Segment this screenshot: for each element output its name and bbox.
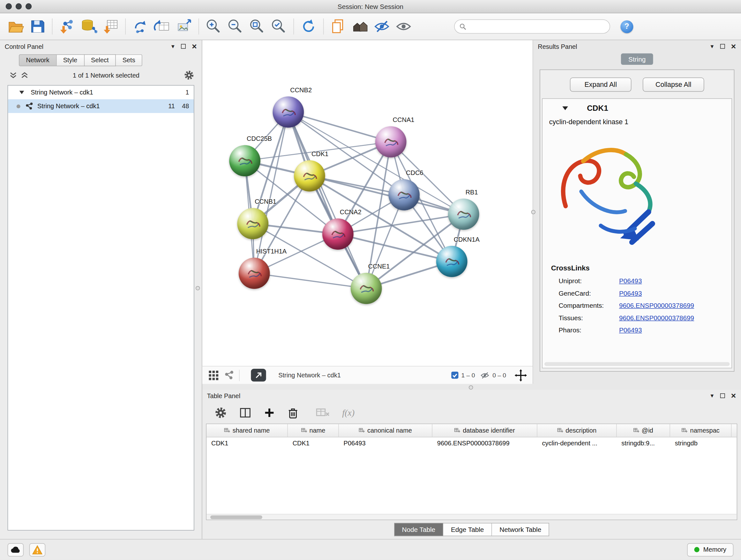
help-button[interactable]: ? bbox=[620, 20, 633, 33]
refresh-layout-button[interactable] bbox=[298, 16, 320, 37]
panel-menu-icon[interactable]: ▼ bbox=[710, 393, 715, 398]
selected-checkbox-icon[interactable] bbox=[451, 371, 459, 379]
grid-view-icon[interactable] bbox=[208, 369, 219, 381]
crosslink-link[interactable]: P06493 bbox=[619, 277, 642, 285]
column-header-shared-name[interactable]: shared name bbox=[206, 424, 288, 437]
panel-float-icon[interactable] bbox=[720, 44, 725, 49]
open-in-new-window-button[interactable] bbox=[251, 369, 266, 381]
zoom-in-button[interactable] bbox=[203, 16, 224, 37]
node-CDK1[interactable] bbox=[294, 160, 325, 192]
results-scrollbar[interactable] bbox=[544, 362, 730, 366]
network-canvas[interactable]: CCNB2CCNA1CDC25BCDK1CDC6RB1CCNB1CCNA2CDK… bbox=[202, 40, 533, 366]
string-show-images-button[interactable] bbox=[393, 16, 414, 37]
collapse-all-tree-icon[interactable] bbox=[10, 72, 17, 78]
crosslink-link[interactable]: 9606.ENSP00000378699 bbox=[619, 302, 694, 309]
node-CCNB2[interactable] bbox=[273, 97, 304, 128]
panel-menu-icon[interactable]: ▼ bbox=[710, 44, 715, 49]
import-network-database-button[interactable] bbox=[78, 16, 99, 37]
import-network-file-button[interactable] bbox=[56, 16, 78, 37]
tab-node-table[interactable]: Node Table bbox=[394, 523, 443, 536]
tree-expand-icon[interactable] bbox=[19, 91, 24, 94]
vertical-splitter-handle[interactable] bbox=[531, 210, 535, 214]
node-CDC25B[interactable] bbox=[229, 145, 260, 177]
zoom-fit-button[interactable] bbox=[246, 16, 268, 37]
network-from-selection-button[interactable] bbox=[130, 16, 151, 37]
tab-edge-table[interactable]: Edge Table bbox=[443, 523, 492, 536]
network-collection-row[interactable]: String Network – cdk1 1 bbox=[8, 85, 194, 99]
table-cell[interactable]: P06493 bbox=[339, 437, 432, 447]
column-header--id[interactable]: @id bbox=[617, 424, 670, 437]
search-input[interactable] bbox=[469, 23, 605, 30]
tab-network-table[interactable]: Network Table bbox=[492, 523, 549, 536]
network-view[interactable]: CCNB2CCNA1CDC25BCDK1CDC6RB1CCNB1CCNA2CDK… bbox=[202, 40, 533, 384]
node-CDC6[interactable] bbox=[388, 179, 420, 210]
tab-style[interactable]: Style bbox=[57, 54, 84, 66]
table-cell[interactable]: stringdb bbox=[670, 437, 732, 447]
image-export-button[interactable] bbox=[173, 16, 195, 37]
pan-crosshair-icon[interactable] bbox=[515, 369, 527, 381]
clone-network-button[interactable] bbox=[327, 16, 349, 37]
panel-close-icon[interactable]: ✕ bbox=[192, 43, 197, 50]
column-header-canonical-name[interactable]: canonical name bbox=[339, 424, 432, 437]
vertical-splitter-handle[interactable] bbox=[196, 286, 200, 290]
crosslink-link[interactable]: P06493 bbox=[619, 289, 642, 297]
hidden-eye-slash-icon[interactable] bbox=[480, 370, 490, 380]
cloud-status-button[interactable] bbox=[8, 543, 23, 556]
show-columns-icon[interactable] bbox=[239, 407, 252, 419]
warnings-button[interactable] bbox=[29, 543, 45, 556]
string-hide-images-button[interactable] bbox=[371, 16, 393, 37]
table-cell[interactable]: CDK1 bbox=[288, 437, 339, 447]
tab-network[interactable]: Network bbox=[19, 54, 57, 66]
gear-icon[interactable] bbox=[184, 70, 194, 80]
crosslink-link[interactable]: 9606.ENSP00000378699 bbox=[619, 314, 694, 321]
table-export-button[interactable] bbox=[151, 16, 173, 37]
column-header-database-identifier[interactable]: database identifier bbox=[432, 424, 537, 437]
panel-float-icon[interactable] bbox=[181, 44, 186, 49]
node-CDKN1A[interactable] bbox=[436, 246, 468, 277]
table-row[interactable]: CDK1CDK1P064939606.ENSP00000378699cyclin… bbox=[206, 437, 737, 447]
column-header-description[interactable]: description bbox=[537, 424, 617, 437]
table-cell[interactable]: stringdb:9... bbox=[617, 437, 670, 447]
collapse-section-icon[interactable] bbox=[562, 106, 568, 110]
delete-column-trash-icon[interactable] bbox=[287, 407, 299, 419]
expand-all-tree-icon[interactable] bbox=[21, 72, 28, 78]
panel-close-icon[interactable]: ✕ bbox=[731, 392, 736, 399]
column-header-namespac[interactable]: namespac bbox=[670, 424, 732, 437]
node-CCNA2[interactable] bbox=[322, 219, 354, 250]
delete-table-icon[interactable] bbox=[316, 407, 330, 419]
node-CCNA1[interactable] bbox=[375, 126, 407, 158]
string-home-button[interactable] bbox=[349, 16, 371, 37]
zoom-selected-button[interactable] bbox=[268, 16, 290, 37]
table-horizontal-scrollbar[interactable] bbox=[206, 514, 737, 520]
save-session-button[interactable] bbox=[26, 16, 48, 37]
crosslink-link[interactable]: P06493 bbox=[619, 326, 642, 334]
import-table-file-button[interactable] bbox=[99, 16, 121, 37]
node-RB1[interactable] bbox=[448, 199, 479, 230]
collapse-all-button[interactable]: Collapse All bbox=[643, 78, 704, 91]
node-CCNE1[interactable] bbox=[351, 273, 382, 304]
tab-sets[interactable]: Sets bbox=[116, 54, 142, 66]
table-settings-gear-icon[interactable] bbox=[214, 407, 227, 419]
add-column-plus-icon[interactable] bbox=[264, 407, 275, 419]
node-CCNB1[interactable] bbox=[237, 208, 268, 240]
table-cell[interactable]: 9606.ENSP00000378699 bbox=[432, 437, 537, 447]
expand-all-button[interactable]: Expand All bbox=[570, 78, 631, 91]
panel-menu-icon[interactable]: ▼ bbox=[171, 44, 176, 49]
zoom-out-button[interactable] bbox=[224, 16, 246, 37]
panel-float-icon[interactable] bbox=[720, 393, 725, 398]
scrollbar-thumb[interactable] bbox=[210, 515, 262, 519]
search-field[interactable] bbox=[454, 19, 610, 34]
node-HIST1H1A[interactable] bbox=[239, 258, 270, 289]
panel-close-icon[interactable]: ✕ bbox=[731, 43, 736, 50]
open-session-button[interactable] bbox=[5, 16, 26, 37]
function-builder-button[interactable]: f(x) bbox=[342, 408, 354, 418]
table-cell[interactable]: cyclin-dependent ... bbox=[537, 437, 617, 447]
memory-button[interactable]: Memory bbox=[687, 543, 734, 556]
network-list-icon[interactable] bbox=[224, 370, 234, 380]
tab-string[interactable]: String bbox=[621, 53, 653, 65]
tab-select[interactable]: Select bbox=[84, 54, 116, 66]
horizontal-splitter-handle[interactable] bbox=[469, 385, 473, 389]
table-cell[interactable]: CDK1 bbox=[206, 437, 288, 447]
column-header-name[interactable]: name bbox=[288, 424, 339, 437]
network-row[interactable]: String Network – cdk1 11 48 bbox=[8, 99, 194, 113]
